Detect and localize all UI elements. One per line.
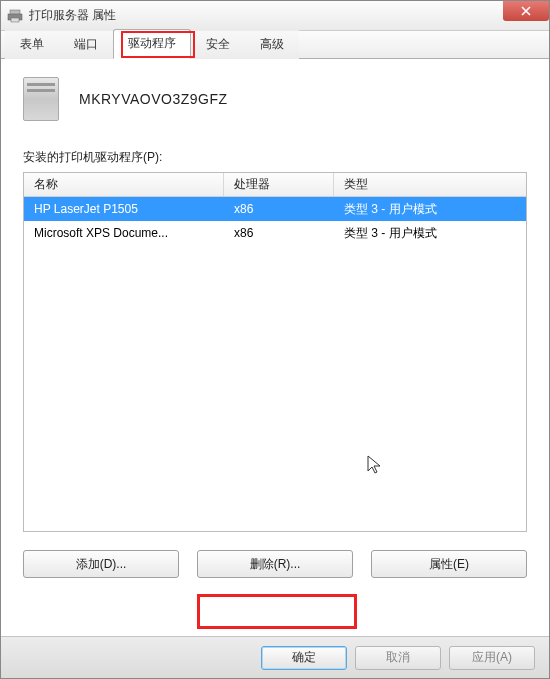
driver-type: 类型 3 - 用户模式 [334, 225, 526, 242]
ok-button[interactable]: 确定 [261, 646, 347, 670]
driver-processor: x86 [224, 202, 334, 216]
highlight-remove-button [197, 594, 357, 629]
drivers-body: HP LaserJet P1505 x86 类型 3 - 用户模式 Micros… [24, 197, 526, 245]
driver-processor: x86 [224, 226, 334, 240]
tab-advanced[interactable]: 高级 [245, 30, 299, 59]
driver-name: Microsoft XPS Docume... [24, 226, 224, 240]
footer: 确定 取消 应用(A) [1, 636, 549, 678]
add-button[interactable]: 添加(D)... [23, 550, 179, 578]
tab-forms[interactable]: 表单 [5, 30, 59, 59]
column-type[interactable]: 类型 [334, 173, 526, 196]
driver-row[interactable]: Microsoft XPS Docume... x86 类型 3 - 用户模式 [24, 221, 526, 245]
dialog-window: 打印服务器 属性 表单 端口 驱动程序 安全 高级 MKRYVAOVO3Z9GF… [0, 0, 550, 679]
tab-drivers[interactable]: 驱动程序 [113, 29, 191, 59]
button-row: 添加(D)... 删除(R)... 属性(E) [23, 550, 527, 578]
drivers-header: 名称 处理器 类型 [24, 173, 526, 197]
server-name: MKRYVAOVO3Z9GFZ [79, 91, 228, 107]
driver-name: HP LaserJet P1505 [24, 202, 224, 216]
drivers-label: 安装的打印机驱动程序(P): [23, 149, 527, 166]
content-area: MKRYVAOVO3Z9GFZ 安装的打印机驱动程序(P): 名称 处理器 类型… [1, 59, 549, 637]
driver-row[interactable]: HP LaserJet P1505 x86 类型 3 - 用户模式 [24, 197, 526, 221]
server-row: MKRYVAOVO3Z9GFZ [23, 77, 527, 121]
drivers-list[interactable]: 名称 处理器 类型 HP LaserJet P1505 x86 类型 3 - 用… [23, 172, 527, 532]
titlebar: 打印服务器 属性 [1, 1, 549, 31]
window-title: 打印服务器 属性 [29, 7, 116, 24]
cancel-button[interactable]: 取消 [355, 646, 441, 670]
properties-button[interactable]: 属性(E) [371, 550, 527, 578]
column-name[interactable]: 名称 [24, 173, 224, 196]
server-icon [23, 77, 59, 121]
tab-row: 表单 端口 驱动程序 安全 高级 [1, 31, 549, 59]
driver-type: 类型 3 - 用户模式 [334, 201, 526, 218]
tab-security[interactable]: 安全 [191, 30, 245, 59]
column-processor[interactable]: 处理器 [224, 173, 334, 196]
apply-button[interactable]: 应用(A) [449, 646, 535, 670]
remove-button[interactable]: 删除(R)... [197, 550, 353, 578]
svg-rect-2 [11, 18, 19, 22]
close-button[interactable] [503, 1, 549, 21]
printer-icon [7, 8, 23, 24]
tab-ports[interactable]: 端口 [59, 30, 113, 59]
